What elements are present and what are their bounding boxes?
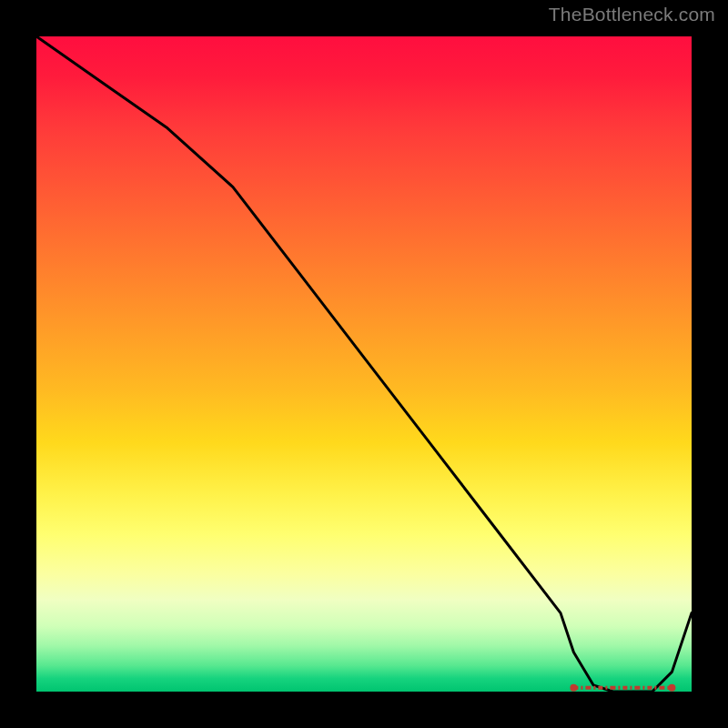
- curve-path: [36, 36, 692, 692]
- attribution-text: TheBottleneck.com: [549, 4, 715, 25]
- curve-layer: [36, 36, 692, 692]
- chart-svg: [36, 36, 692, 692]
- flat-region-start-marker: [570, 684, 577, 692]
- chart-stage: TheBottleneck.com: [0, 0, 728, 728]
- flat-region-end-marker: [668, 684, 675, 692]
